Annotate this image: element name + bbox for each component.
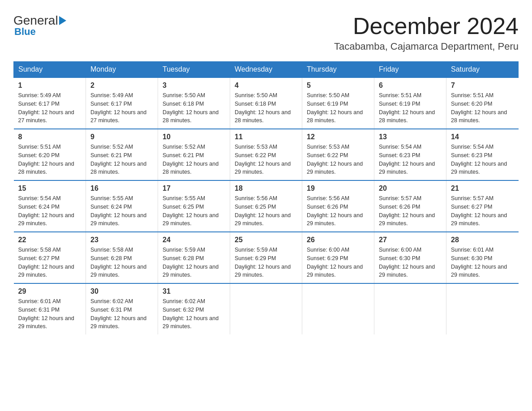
calendar-cell: 3Sunrise: 5:50 AMSunset: 6:18 PMDaylight… bbox=[158, 77, 230, 129]
day-info: Sunrise: 5:58 AMSunset: 6:27 PMDaylight:… bbox=[18, 246, 82, 279]
day-number: 9 bbox=[90, 133, 153, 141]
calendar-cell: 2Sunrise: 5:49 AMSunset: 6:17 PMDaylight… bbox=[86, 77, 158, 129]
day-info: Sunrise: 5:59 AMSunset: 6:29 PMDaylight:… bbox=[235, 246, 297, 279]
calendar-cell: 24Sunrise: 5:59 AMSunset: 6:28 PMDayligh… bbox=[158, 232, 230, 283]
calendar-subtitle: Tacabamba, Cajamarca Department, Peru bbox=[334, 41, 519, 52]
day-number: 24 bbox=[163, 236, 225, 244]
day-info: Sunrise: 6:00 AMSunset: 6:30 PMDaylight:… bbox=[379, 246, 442, 279]
day-number: 21 bbox=[451, 184, 514, 193]
day-number: 3 bbox=[163, 81, 225, 90]
day-info: Sunrise: 5:54 AMSunset: 6:23 PMDaylight:… bbox=[451, 143, 514, 176]
calendar-cell: 16Sunrise: 5:55 AMSunset: 6:24 PMDayligh… bbox=[86, 180, 158, 232]
day-number: 30 bbox=[90, 287, 153, 295]
day-info: Sunrise: 6:02 AMSunset: 6:32 PMDaylight:… bbox=[163, 297, 225, 331]
logo: General Blue bbox=[13, 13, 66, 38]
calendar-cell: 25Sunrise: 5:59 AMSunset: 6:29 PMDayligh… bbox=[230, 232, 302, 283]
day-info: Sunrise: 5:54 AMSunset: 6:24 PMDaylight:… bbox=[18, 194, 82, 228]
calendar-cell: 31Sunrise: 6:02 AMSunset: 6:32 PMDayligh… bbox=[158, 283, 230, 334]
day-number: 14 bbox=[451, 133, 514, 141]
calendar-cell bbox=[230, 283, 302, 334]
week-row-3: 15Sunrise: 5:54 AMSunset: 6:24 PMDayligh… bbox=[14, 180, 519, 232]
day-number: 6 bbox=[379, 81, 442, 90]
calendar-cell: 10Sunrise: 5:52 AMSunset: 6:21 PMDayligh… bbox=[158, 129, 230, 180]
calendar-cell bbox=[374, 283, 446, 334]
day-info: Sunrise: 6:01 AMSunset: 6:30 PMDaylight:… bbox=[451, 246, 514, 279]
day-number: 17 bbox=[163, 184, 225, 193]
day-info: Sunrise: 6:02 AMSunset: 6:31 PMDaylight:… bbox=[90, 297, 153, 331]
calendar-cell: 22Sunrise: 5:58 AMSunset: 6:27 PMDayligh… bbox=[14, 232, 86, 283]
day-number: 19 bbox=[307, 184, 369, 193]
header-thursday: Thursday bbox=[302, 62, 374, 78]
calendar-cell: 29Sunrise: 6:01 AMSunset: 6:31 PMDayligh… bbox=[14, 283, 86, 334]
day-info: Sunrise: 5:54 AMSunset: 6:23 PMDaylight:… bbox=[379, 143, 442, 176]
calendar-cell: 14Sunrise: 5:54 AMSunset: 6:23 PMDayligh… bbox=[446, 129, 519, 180]
day-info: Sunrise: 6:00 AMSunset: 6:29 PMDaylight:… bbox=[307, 246, 369, 279]
calendar-cell: 18Sunrise: 5:56 AMSunset: 6:25 PMDayligh… bbox=[230, 180, 302, 232]
day-number: 10 bbox=[163, 133, 225, 141]
day-number: 5 bbox=[307, 81, 369, 90]
page-header: General Blue December 2024 Tacabamba, Ca… bbox=[13, 13, 519, 52]
calendar-cell: 12Sunrise: 5:53 AMSunset: 6:22 PMDayligh… bbox=[302, 129, 374, 180]
calendar-cell: 11Sunrise: 5:53 AMSunset: 6:22 PMDayligh… bbox=[230, 129, 302, 180]
day-info: Sunrise: 5:55 AMSunset: 6:25 PMDaylight:… bbox=[163, 194, 225, 228]
header-sunday: Sunday bbox=[14, 62, 86, 78]
calendar-cell: 27Sunrise: 6:00 AMSunset: 6:30 PMDayligh… bbox=[374, 232, 446, 283]
day-number: 29 bbox=[18, 287, 82, 295]
calendar-cell bbox=[446, 283, 519, 334]
calendar-cell: 9Sunrise: 5:52 AMSunset: 6:21 PMDaylight… bbox=[86, 129, 158, 180]
header-monday: Monday bbox=[86, 62, 158, 78]
day-info: Sunrise: 5:53 AMSunset: 6:22 PMDaylight:… bbox=[307, 143, 369, 176]
calendar-cell: 15Sunrise: 5:54 AMSunset: 6:24 PMDayligh… bbox=[14, 180, 86, 232]
calendar-cell: 6Sunrise: 5:51 AMSunset: 6:19 PMDaylight… bbox=[374, 77, 446, 129]
day-info: Sunrise: 5:53 AMSunset: 6:22 PMDaylight:… bbox=[235, 143, 297, 176]
header-saturday: Saturday bbox=[446, 62, 519, 78]
header-tuesday: Tuesday bbox=[158, 62, 230, 78]
calendar-cell: 1Sunrise: 5:49 AMSunset: 6:17 PMDaylight… bbox=[14, 77, 86, 129]
day-number: 11 bbox=[235, 133, 297, 141]
day-number: 23 bbox=[90, 236, 153, 244]
day-number: 15 bbox=[18, 184, 82, 193]
calendar-cell: 5Sunrise: 5:50 AMSunset: 6:19 PMDaylight… bbox=[302, 77, 374, 129]
day-info: Sunrise: 5:52 AMSunset: 6:21 PMDaylight:… bbox=[163, 143, 225, 176]
day-info: Sunrise: 5:57 AMSunset: 6:26 PMDaylight:… bbox=[379, 194, 442, 228]
day-number: 31 bbox=[163, 287, 225, 295]
title-block: December 2024 Tacabamba, Cajamarca Depar… bbox=[334, 13, 519, 52]
day-info: Sunrise: 5:49 AMSunset: 6:17 PMDaylight:… bbox=[18, 91, 82, 125]
calendar-cell: 7Sunrise: 5:51 AMSunset: 6:20 PMDaylight… bbox=[446, 77, 519, 129]
day-number: 18 bbox=[235, 184, 297, 193]
calendar-cell bbox=[302, 283, 374, 334]
day-info: Sunrise: 5:49 AMSunset: 6:17 PMDaylight:… bbox=[90, 91, 153, 125]
calendar-cell: 30Sunrise: 6:02 AMSunset: 6:31 PMDayligh… bbox=[86, 283, 158, 334]
calendar-cell: 19Sunrise: 5:56 AMSunset: 6:26 PMDayligh… bbox=[302, 180, 374, 232]
calendar-table: SundayMondayTuesdayWednesdayThursdayFrid… bbox=[13, 61, 519, 334]
day-number: 25 bbox=[235, 236, 297, 244]
calendar-cell: 8Sunrise: 5:51 AMSunset: 6:20 PMDaylight… bbox=[14, 129, 86, 180]
header-friday: Friday bbox=[374, 62, 446, 78]
day-number: 2 bbox=[90, 81, 153, 90]
day-info: Sunrise: 5:56 AMSunset: 6:26 PMDaylight:… bbox=[307, 194, 369, 228]
day-info: Sunrise: 5:50 AMSunset: 6:19 PMDaylight:… bbox=[307, 91, 369, 125]
day-info: Sunrise: 6:01 AMSunset: 6:31 PMDaylight:… bbox=[18, 297, 82, 331]
day-info: Sunrise: 5:50 AMSunset: 6:18 PMDaylight:… bbox=[235, 91, 297, 125]
calendar-cell: 17Sunrise: 5:55 AMSunset: 6:25 PMDayligh… bbox=[158, 180, 230, 232]
day-info: Sunrise: 5:57 AMSunset: 6:27 PMDaylight:… bbox=[451, 194, 514, 228]
day-info: Sunrise: 5:51 AMSunset: 6:20 PMDaylight:… bbox=[451, 91, 514, 125]
day-number: 22 bbox=[18, 236, 82, 244]
day-number: 4 bbox=[235, 81, 297, 90]
day-info: Sunrise: 5:50 AMSunset: 6:18 PMDaylight:… bbox=[163, 91, 225, 125]
day-info: Sunrise: 5:52 AMSunset: 6:21 PMDaylight:… bbox=[90, 143, 153, 176]
day-info: Sunrise: 5:55 AMSunset: 6:24 PMDaylight:… bbox=[90, 194, 153, 228]
day-info: Sunrise: 5:59 AMSunset: 6:28 PMDaylight:… bbox=[163, 246, 225, 279]
day-number: 13 bbox=[379, 133, 442, 141]
calendar-cell: 23Sunrise: 5:58 AMSunset: 6:28 PMDayligh… bbox=[86, 232, 158, 283]
week-row-2: 8Sunrise: 5:51 AMSunset: 6:20 PMDaylight… bbox=[14, 129, 519, 180]
day-number: 12 bbox=[307, 133, 369, 141]
day-number: 27 bbox=[379, 236, 442, 244]
week-row-1: 1Sunrise: 5:49 AMSunset: 6:17 PMDaylight… bbox=[14, 77, 519, 129]
calendar-cell: 26Sunrise: 6:00 AMSunset: 6:29 PMDayligh… bbox=[302, 232, 374, 283]
calendar-cell: 20Sunrise: 5:57 AMSunset: 6:26 PMDayligh… bbox=[374, 180, 446, 232]
day-info: Sunrise: 5:51 AMSunset: 6:19 PMDaylight:… bbox=[379, 91, 442, 125]
day-number: 20 bbox=[379, 184, 442, 193]
header-wednesday: Wednesday bbox=[230, 62, 302, 78]
day-number: 7 bbox=[451, 81, 514, 90]
